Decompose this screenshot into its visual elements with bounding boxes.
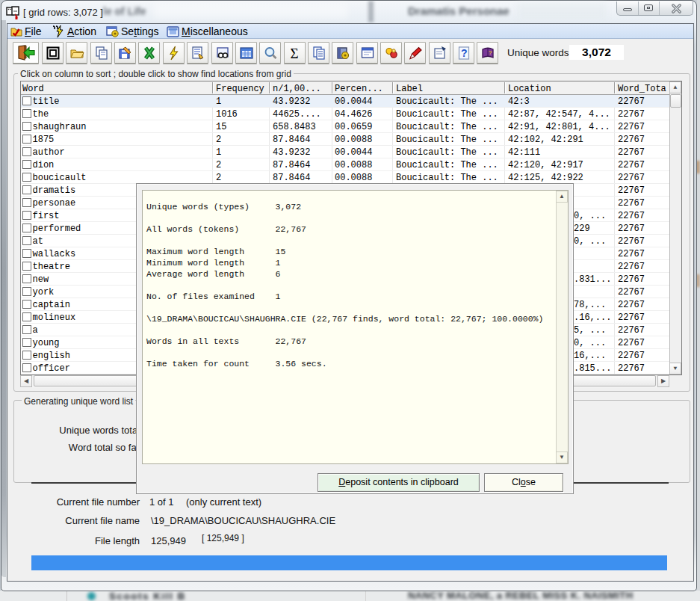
svg-text:?: ?	[489, 49, 492, 56]
svg-text:?: ?	[461, 47, 468, 59]
svg-text:Σ: Σ	[290, 46, 298, 61]
